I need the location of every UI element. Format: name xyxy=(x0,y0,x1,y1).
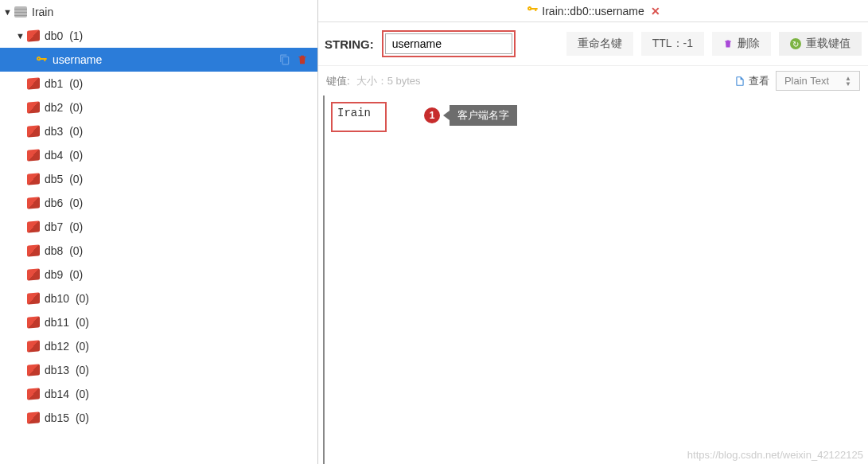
db-label: db12 (0) xyxy=(45,340,317,353)
db-node[interactable]: db15 (0) xyxy=(0,406,317,430)
db-label: db7 (0) xyxy=(45,220,317,233)
server-node[interactable]: ▼ Irain xyxy=(0,0,317,24)
db-node[interactable]: db2 (0) xyxy=(0,96,317,119)
view-button[interactable]: 查看 xyxy=(734,74,769,88)
database-icon xyxy=(27,317,40,328)
tab-header[interactable]: Irain::db0::username ✕ xyxy=(318,0,868,22)
database-icon xyxy=(27,412,40,423)
db-label: db3 (0) xyxy=(45,125,317,138)
annotation-number: 1 xyxy=(424,107,440,123)
key-icon xyxy=(35,53,48,66)
value-subbar: 键值: 大小：5 bytes 查看 Plain Text ▲▼ xyxy=(318,66,868,96)
key-label: username xyxy=(53,53,278,66)
key-icon xyxy=(526,3,539,18)
watermark-text: https://blog.csdn.net/weixin_42122125 xyxy=(687,449,863,461)
db-node[interactable]: db13 (0) xyxy=(0,358,317,382)
db-label: db6 (0) xyxy=(45,197,317,209)
type-label: STRING: xyxy=(325,37,374,51)
db-label: db5 (0) xyxy=(45,173,317,185)
sidebar-tree: ▼ Irain ▼ db0 (1) username xyxy=(0,0,318,464)
database-icon xyxy=(27,341,40,352)
db-node[interactable]: db5 (0) xyxy=(0,167,317,191)
db-node[interactable]: db9 (0) xyxy=(0,263,317,287)
database-icon xyxy=(27,126,40,137)
db-node-open[interactable]: ▼ db0 (1) xyxy=(0,24,317,48)
db-node[interactable]: db4 (0) xyxy=(0,143,317,167)
db-label: db14 (0) xyxy=(45,388,317,400)
value-content-area: Irain 1 客户端名字 xyxy=(323,96,868,464)
db-label: db11 (0) xyxy=(45,316,317,329)
db-node[interactable]: db11 (0) xyxy=(0,310,317,334)
copy-icon[interactable] xyxy=(278,53,292,67)
database-icon xyxy=(27,365,40,376)
db-label: db9 (0) xyxy=(45,268,317,281)
rename-button[interactable]: 重命名键 xyxy=(566,32,633,56)
db-label: db2 (0) xyxy=(45,101,317,114)
key-name-input[interactable] xyxy=(385,33,512,54)
db-label: db1 (0) xyxy=(45,77,317,90)
database-icon xyxy=(27,269,40,280)
server-name: Irain xyxy=(32,6,317,18)
database-icon xyxy=(27,78,40,89)
close-icon[interactable]: ✕ xyxy=(651,5,660,18)
database-icon xyxy=(27,30,40,41)
key-node-selected[interactable]: username xyxy=(0,48,317,72)
delete-button[interactable]: 删除 xyxy=(712,32,771,56)
db-node[interactable]: db6 (0) xyxy=(0,191,317,215)
reload-icon: ↻ xyxy=(790,38,801,49)
database-icon xyxy=(27,197,40,209)
annotation-text: 客户端名字 xyxy=(450,105,517,126)
db-label: db15 (0) xyxy=(45,411,317,424)
db-label: db0 (1) xyxy=(45,29,317,42)
annotation-callout: 1 客户端名字 xyxy=(424,105,517,126)
format-select[interactable]: Plain Text ▲▼ xyxy=(776,71,860,91)
database-icon xyxy=(27,102,40,113)
value-size: 大小：5 bytes xyxy=(356,74,421,88)
db-label: db8 (0) xyxy=(45,244,317,257)
db-node[interactable]: db1 (0) xyxy=(0,72,317,96)
chevron-updown-icon: ▲▼ xyxy=(845,76,851,87)
key-input-highlight xyxy=(382,30,516,57)
reload-button[interactable]: ↻ 重载键值 xyxy=(779,32,862,56)
expand-arrow-icon: ▼ xyxy=(16,31,27,41)
db-label: db4 (0) xyxy=(45,149,317,162)
main-panel: Irain::db0::username ✕ STRING: 重命名键 TTL：… xyxy=(318,0,868,464)
server-icon xyxy=(14,6,27,18)
database-icon xyxy=(27,174,40,185)
db-node[interactable]: db3 (0) xyxy=(0,119,317,143)
database-icon xyxy=(27,245,40,256)
db-node[interactable]: db12 (0) xyxy=(0,334,317,358)
ttl-button[interactable]: TTL：-1 xyxy=(641,32,704,56)
key-toolbar: STRING: 重命名键 TTL：-1 删除 ↻ 重载键值 xyxy=(318,22,868,66)
db-node[interactable]: db10 (0) xyxy=(0,287,317,310)
annotation-arrow-icon xyxy=(443,111,450,120)
value-display[interactable]: Irain xyxy=(331,102,387,132)
delete-icon[interactable] xyxy=(295,53,309,67)
db-label: db13 (0) xyxy=(45,364,317,376)
value-label: 键值: xyxy=(326,74,350,88)
db-label: db10 (0) xyxy=(45,292,317,305)
database-icon xyxy=(27,388,40,400)
db-node[interactable]: db8 (0) xyxy=(0,239,317,263)
expand-arrow-icon: ▼ xyxy=(3,7,14,17)
database-icon xyxy=(27,293,40,304)
database-icon xyxy=(27,221,40,232)
tab-title: Irain::db0::username xyxy=(542,5,644,18)
database-icon xyxy=(27,150,40,161)
db-node[interactable]: db7 (0) xyxy=(0,215,317,239)
db-node[interactable]: db14 (0) xyxy=(0,382,317,406)
